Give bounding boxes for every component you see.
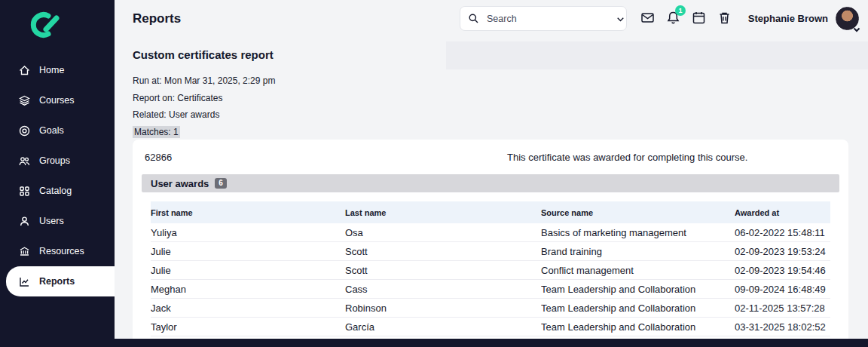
catalog-icon <box>18 185 31 198</box>
sidebar-item-label: Groups <box>39 155 70 166</box>
chevron-down-icon[interactable] <box>616 14 625 23</box>
report-meta: Run at: Mon Mar 31, 2025, 2:29 pm Report… <box>133 72 275 140</box>
sidebar-nav: HomeCoursesGoalsGroupsCatalogUsersResour… <box>0 55 115 296</box>
table-cell: 02-09-2023 19:54:46 <box>735 265 830 276</box>
user-menu[interactable]: Stephanie Brown <box>748 7 859 30</box>
sidebar-item-resources[interactable]: Resources <box>0 236 115 266</box>
sidebar-item-label: Resources <box>39 246 84 256</box>
search-box[interactable] <box>460 6 627 31</box>
table-cell: Scott <box>345 246 541 257</box>
search-icon <box>468 13 479 24</box>
table-row: JackRobinsonTeam Leadership and Collabor… <box>151 299 830 318</box>
column-header: Last name <box>345 208 541 217</box>
mail-icon[interactable] <box>640 11 655 25</box>
sidebar-item-label: Catalog <box>39 186 72 196</box>
table-row: YuliyaOsaBasics of marketing management0… <box>151 223 830 242</box>
home-icon <box>18 64 31 77</box>
sidebar-item-courses[interactable]: Courses <box>0 85 115 115</box>
chevron-down-icon[interactable] <box>852 23 861 32</box>
table-cell: Robinson <box>345 302 541 314</box>
certificate-description: This certificate was awarded for complet… <box>507 152 836 163</box>
notification-badge: 1 <box>675 5 686 16</box>
table-cell: 02-11-2025 13:57:28 <box>735 302 830 314</box>
table-cell: Julie <box>151 265 345 276</box>
sidebar-item-reports[interactable]: Reports <box>6 266 115 296</box>
report-related: Related: User awards <box>133 106 275 124</box>
section-count-badge: 6 <box>215 178 227 189</box>
groups-icon <box>18 155 31 167</box>
awards-table: First nameLast nameSource nameAwarded at… <box>151 201 830 336</box>
goals-icon <box>18 124 31 137</box>
search-input[interactable] <box>485 13 610 25</box>
table-cell: Team Leadership and Collaboration <box>541 284 735 295</box>
table-cell: Julie <box>151 246 345 257</box>
column-header: Source name <box>541 208 735 217</box>
user-awards-section-header[interactable]: User awards 6 <box>142 174 839 192</box>
sidebar-item-users[interactable]: Users <box>0 206 115 236</box>
table-cell: García <box>345 321 541 333</box>
table-cell: Conflict management <box>541 265 735 276</box>
user-name: Stephanie Brown <box>748 13 828 24</box>
report-title: Custom certificates report <box>133 48 274 61</box>
table-cell: 09-09-2024 16:48:49 <box>735 284 830 295</box>
table-cell: 06-02-2022 15:48:11 <box>735 227 830 238</box>
sidebar: HomeCoursesGoalsGroupsCatalogUsersResour… <box>0 0 115 347</box>
table-cell: Jack <box>151 302 345 314</box>
table-cell: Meghan <box>151 284 345 295</box>
sidebar-item-goals[interactable]: Goals <box>0 115 115 146</box>
app-logo[interactable] <box>0 0 115 55</box>
table-cell: 03-31-2025 18:02:52 <box>735 321 830 333</box>
table-cell: Team Leadership and Collaboration <box>541 321 735 333</box>
sidebar-item-home[interactable]: Home <box>0 55 115 85</box>
table-cell: Brand training <box>541 246 735 257</box>
table-row: MeghanCassTeam Leadership and Collaborat… <box>151 280 830 299</box>
report-card: 62866 This certificate was awarded for c… <box>133 140 848 339</box>
sidebar-item-groups[interactable]: Groups <box>0 146 115 176</box>
sidebar-item-label: Goals <box>39 125 64 136</box>
report-run-at: Run at: Mon Mar 31, 2025, 2:29 pm <box>133 72 275 90</box>
bottom-bar <box>0 339 868 347</box>
calendar-icon[interactable] <box>692 11 706 25</box>
sidebar-item-label: Users <box>39 216 64 226</box>
report-on: Report on: Certificates <box>133 90 275 107</box>
certificate-id: 62866 <box>145 152 507 163</box>
background-panel <box>446 41 868 69</box>
sidebar-item-label: Courses <box>39 95 75 106</box>
sidebar-item-label: Reports <box>39 276 75 287</box>
table-cell: Osa <box>345 227 541 238</box>
page-title: Reports <box>133 11 181 26</box>
table-cell: Basics of marketing management <box>541 227 735 238</box>
column-header: First name <box>151 208 345 217</box>
header-icons: 1 <box>640 11 732 25</box>
awards-table-header: First nameLast nameSource nameAwarded at <box>151 201 830 223</box>
bell-icon[interactable]: 1 <box>666 11 680 25</box>
report-matches: Matches: 1 <box>133 126 180 138</box>
table-cell: Scott <box>345 265 541 276</box>
resources-icon <box>18 245 31 258</box>
users-icon <box>18 215 31 228</box>
table-cell: Taylor <box>151 321 345 333</box>
sidebar-item-catalog[interactable]: Catalog <box>0 176 115 206</box>
sidebar-item-label: Home <box>39 65 64 75</box>
table-cell: Yuliya <box>151 227 345 238</box>
column-header: Awarded at <box>735 208 830 217</box>
avatar[interactable] <box>836 7 859 30</box>
table-row: JulieScottBrand training02-09-2023 19:53… <box>151 242 830 261</box>
awards-table-body: YuliyaOsaBasics of marketing management0… <box>151 223 830 336</box>
courses-icon <box>18 94 31 107</box>
table-cell: 02-09-2023 19:53:24 <box>735 246 830 257</box>
table-row: JulieScottConflict management02-09-2023 … <box>151 261 830 280</box>
table-cell: Team Leadership and Collaboration <box>541 302 735 314</box>
table-row: TaylorGarcíaTeam Leadership and Collabor… <box>151 318 830 336</box>
table-cell: Cass <box>345 284 541 295</box>
certificate-row: 62866 This certificate was awarded for c… <box>133 140 848 174</box>
trash-icon[interactable] <box>717 11 732 25</box>
section-title: User awards <box>151 178 209 189</box>
reports-icon <box>18 275 31 288</box>
